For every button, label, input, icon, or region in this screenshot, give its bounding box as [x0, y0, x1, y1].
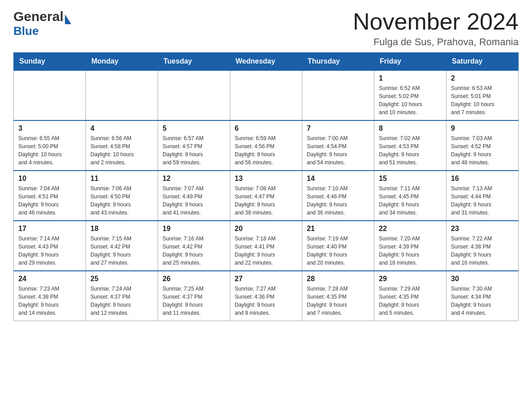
day-number: 24 [18, 275, 81, 283]
calendar-cell: 2Sunrise: 6:53 AM Sunset: 5:01 PM Daylig… [446, 70, 519, 120]
day-info: Sunrise: 7:25 AM Sunset: 4:37 PM Dayligh… [163, 285, 225, 317]
day-info: Sunrise: 7:19 AM Sunset: 4:40 PM Dayligh… [307, 235, 369, 267]
column-header-saturday: Saturday [446, 53, 519, 71]
column-header-wednesday: Wednesday [230, 53, 302, 71]
day-info: Sunrise: 7:16 AM Sunset: 4:42 PM Dayligh… [163, 235, 225, 267]
day-info: Sunrise: 7:18 AM Sunset: 4:41 PM Dayligh… [235, 235, 297, 267]
calendar-cell: 3Sunrise: 6:55 AM Sunset: 5:00 PM Daylig… [14, 120, 86, 171]
day-info: Sunrise: 6:53 AM Sunset: 5:01 PM Dayligh… [451, 84, 514, 116]
day-info: Sunrise: 7:22 AM Sunset: 4:38 PM Dayligh… [451, 235, 514, 267]
day-number: 17 [18, 225, 81, 233]
column-header-thursday: Thursday [302, 53, 374, 71]
page-header: General Blue November 2024 Fulga de Sus,… [13, 9, 519, 48]
calendar-week-row: 24Sunrise: 7:23 AM Sunset: 4:38 PM Dayli… [14, 271, 519, 321]
day-info: Sunrise: 6:56 AM Sunset: 4:58 PM Dayligh… [90, 134, 153, 167]
calendar-cell: 17Sunrise: 7:14 AM Sunset: 4:43 PM Dayli… [14, 221, 86, 271]
day-number: 27 [235, 275, 297, 283]
calendar-header-row: SundayMondayTuesdayWednesdayThursdayFrid… [14, 53, 519, 71]
column-header-monday: Monday [86, 53, 158, 71]
calendar-cell: 26Sunrise: 7:25 AM Sunset: 4:37 PM Dayli… [158, 271, 230, 321]
day-info: Sunrise: 7:14 AM Sunset: 4:43 PM Dayligh… [18, 235, 81, 267]
calendar-cell: 8Sunrise: 7:02 AM Sunset: 4:53 PM Daylig… [374, 120, 446, 171]
day-number: 20 [235, 225, 297, 233]
calendar-cell: 14Sunrise: 7:10 AM Sunset: 4:46 PM Dayli… [302, 171, 374, 221]
day-info: Sunrise: 7:10 AM Sunset: 4:46 PM Dayligh… [307, 184, 369, 217]
day-info: Sunrise: 7:30 AM Sunset: 4:34 PM Dayligh… [451, 285, 514, 317]
day-info: Sunrise: 7:20 AM Sunset: 4:39 PM Dayligh… [379, 235, 442, 267]
day-number: 4 [90, 124, 153, 133]
logo-general-text: General [13, 9, 64, 24]
title-block: November 2024 Fulga de Sus, Prahova, Rom… [353, 9, 519, 48]
calendar-cell: 1Sunrise: 6:52 AM Sunset: 5:02 PM Daylig… [374, 70, 446, 120]
calendar-cell: 15Sunrise: 7:11 AM Sunset: 4:45 PM Dayli… [374, 171, 446, 221]
calendar-cell [230, 70, 302, 120]
day-number: 28 [307, 275, 369, 283]
calendar-cell: 29Sunrise: 7:29 AM Sunset: 4:35 PM Dayli… [374, 271, 446, 321]
day-info: Sunrise: 7:27 AM Sunset: 4:36 PM Dayligh… [235, 285, 297, 317]
calendar-cell: 19Sunrise: 7:16 AM Sunset: 4:42 PM Dayli… [158, 221, 230, 271]
day-info: Sunrise: 7:07 AM Sunset: 4:49 PM Dayligh… [163, 184, 225, 217]
day-info: Sunrise: 6:59 AM Sunset: 4:56 PM Dayligh… [235, 134, 297, 167]
logo-triangle-icon [65, 14, 71, 24]
day-info: Sunrise: 7:06 AM Sunset: 4:50 PM Dayligh… [90, 184, 153, 217]
logo: General Blue [13, 9, 71, 38]
day-number: 13 [235, 175, 297, 183]
calendar-cell: 5Sunrise: 6:57 AM Sunset: 4:57 PM Daylig… [158, 120, 230, 171]
day-number: 9 [451, 124, 514, 133]
day-number: 11 [90, 175, 153, 183]
day-number: 5 [163, 124, 225, 133]
day-info: Sunrise: 7:28 AM Sunset: 4:35 PM Dayligh… [307, 285, 369, 317]
day-number: 16 [451, 175, 514, 183]
day-number: 1 [379, 74, 442, 82]
calendar-cell [86, 70, 158, 120]
logo-blue-text: Blue [13, 24, 39, 38]
day-info: Sunrise: 6:57 AM Sunset: 4:57 PM Dayligh… [163, 134, 225, 167]
day-info: Sunrise: 6:52 AM Sunset: 5:02 PM Dayligh… [379, 84, 442, 116]
day-info: Sunrise: 7:29 AM Sunset: 4:35 PM Dayligh… [379, 285, 442, 317]
column-header-friday: Friday [374, 53, 446, 71]
day-number: 15 [379, 175, 442, 183]
day-info: Sunrise: 7:11 AM Sunset: 4:45 PM Dayligh… [379, 184, 442, 217]
column-header-sunday: Sunday [14, 53, 86, 71]
calendar-cell: 23Sunrise: 7:22 AM Sunset: 4:38 PM Dayli… [446, 221, 519, 271]
calendar-title: November 2024 [353, 9, 519, 34]
day-number: 22 [379, 225, 442, 233]
calendar-cell: 13Sunrise: 7:08 AM Sunset: 4:47 PM Dayli… [230, 171, 302, 221]
day-info: Sunrise: 7:08 AM Sunset: 4:47 PM Dayligh… [235, 184, 297, 217]
day-info: Sunrise: 7:24 AM Sunset: 4:37 PM Dayligh… [90, 285, 153, 317]
calendar-cell: 18Sunrise: 7:15 AM Sunset: 4:42 PM Dayli… [86, 221, 158, 271]
calendar-cell: 16Sunrise: 7:13 AM Sunset: 4:44 PM Dayli… [446, 171, 519, 221]
calendar-cell [302, 70, 374, 120]
day-info: Sunrise: 7:13 AM Sunset: 4:44 PM Dayligh… [451, 184, 514, 217]
calendar-cell: 30Sunrise: 7:30 AM Sunset: 4:34 PM Dayli… [446, 271, 519, 321]
calendar-cell: 28Sunrise: 7:28 AM Sunset: 4:35 PM Dayli… [302, 271, 374, 321]
day-number: 21 [307, 225, 369, 233]
day-info: Sunrise: 7:15 AM Sunset: 4:42 PM Dayligh… [90, 235, 153, 267]
calendar-cell: 22Sunrise: 7:20 AM Sunset: 4:39 PM Dayli… [374, 221, 446, 271]
calendar-cell: 21Sunrise: 7:19 AM Sunset: 4:40 PM Dayli… [302, 221, 374, 271]
day-number: 2 [451, 74, 514, 82]
day-number: 29 [379, 275, 442, 283]
day-number: 19 [163, 225, 225, 233]
calendar-cell: 25Sunrise: 7:24 AM Sunset: 4:37 PM Dayli… [86, 271, 158, 321]
day-number: 26 [163, 275, 225, 283]
calendar-cell: 4Sunrise: 6:56 AM Sunset: 4:58 PM Daylig… [86, 120, 158, 171]
calendar-week-row: 10Sunrise: 7:04 AM Sunset: 4:51 PM Dayli… [14, 171, 519, 221]
day-number: 25 [90, 275, 153, 283]
calendar-week-row: 17Sunrise: 7:14 AM Sunset: 4:43 PM Dayli… [14, 221, 519, 271]
day-info: Sunrise: 7:23 AM Sunset: 4:38 PM Dayligh… [18, 285, 81, 317]
calendar-table: SundayMondayTuesdayWednesdayThursdayFrid… [13, 52, 519, 321]
calendar-cell [14, 70, 86, 120]
calendar-subtitle: Fulga de Sus, Prahova, Romania [353, 36, 519, 48]
day-number: 6 [235, 124, 297, 133]
day-number: 7 [307, 124, 369, 133]
calendar-cell: 27Sunrise: 7:27 AM Sunset: 4:36 PM Dayli… [230, 271, 302, 321]
day-number: 12 [163, 175, 225, 183]
day-number: 30 [451, 275, 514, 283]
day-info: Sunrise: 7:02 AM Sunset: 4:53 PM Dayligh… [379, 134, 442, 167]
calendar-cell: 6Sunrise: 6:59 AM Sunset: 4:56 PM Daylig… [230, 120, 302, 171]
day-number: 10 [18, 175, 81, 183]
calendar-cell [158, 70, 230, 120]
day-number: 14 [307, 175, 369, 183]
day-info: Sunrise: 7:04 AM Sunset: 4:51 PM Dayligh… [18, 184, 81, 217]
